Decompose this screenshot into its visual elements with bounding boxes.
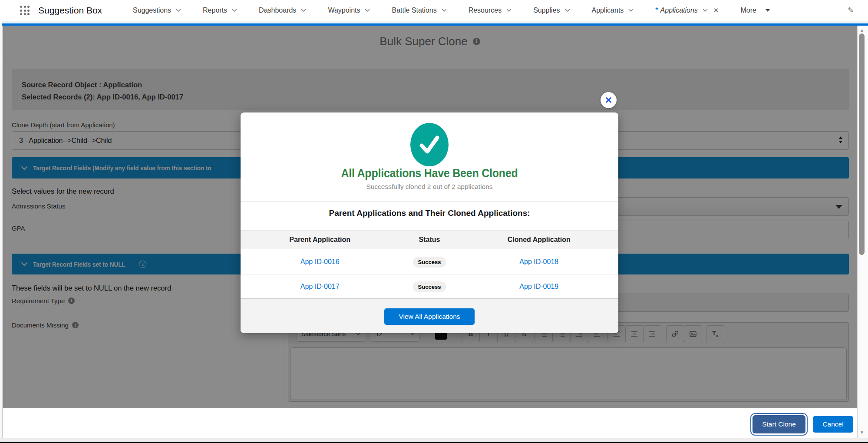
results-table-body: App ID-0016SuccessApp ID-0018App ID-0017… <box>241 250 618 299</box>
nav-tab-applicants[interactable]: Applicants <box>592 7 634 14</box>
app-navigation-bar: Suggestion Box SuggestionsReportsDashboa… <box>0 0 868 21</box>
status-badge: Success <box>413 281 446 292</box>
cancel-button[interactable]: Cancel <box>813 416 853 433</box>
edit-pencil-icon[interactable]: ✎ <box>848 0 854 21</box>
chevron-down-icon <box>176 9 181 12</box>
col-status: Status <box>399 236 459 244</box>
clone-result-row: App ID-0016SuccessApp ID-0018 <box>241 250 618 274</box>
clone-result-row: App ID-0017SuccessApp ID-0019 <box>241 274 618 299</box>
nav-more-menu[interactable]: More <box>740 7 769 14</box>
view-all-applications-button[interactable]: View All Applications <box>384 308 475 325</box>
chevron-down-icon <box>365 9 370 12</box>
success-check-icon <box>410 123 449 166</box>
nav-tab-applications-active[interactable]: *Applications✕ <box>655 7 719 14</box>
chevron-down-icon <box>442 9 447 12</box>
scrollbar-up-icon[interactable]: ▲ <box>858 27 865 34</box>
nav-tab-suggestions[interactable]: Suggestions <box>133 7 181 14</box>
parent-application-link[interactable]: App ID-0017 <box>300 283 340 290</box>
nav-tab-dashboards[interactable]: Dashboards <box>259 7 306 14</box>
nav-tab-supplies[interactable]: Supplies <box>533 7 570 14</box>
nav-tab-battle-stations[interactable]: Battle Stations <box>392 7 446 14</box>
scrollbar-thumb[interactable] <box>859 33 865 255</box>
start-clone-button[interactable]: Start Clone <box>752 415 805 433</box>
clone-result-modal: All Applications Have Been Cloned Succes… <box>241 112 618 333</box>
chevron-down-icon <box>628 9 634 12</box>
modal-footer: View All Applications <box>241 298 618 333</box>
chevron-down-icon <box>565 9 570 12</box>
col-parent-application: Parent Application <box>241 236 399 244</box>
cloned-application-link[interactable]: App ID-0018 <box>519 258 558 265</box>
app-name: Suggestion Box <box>38 0 102 21</box>
modal-divider <box>241 201 618 202</box>
nav-tab-resources[interactable]: Resources <box>469 7 512 14</box>
cloned-application-link[interactable]: App ID-0019 <box>519 283 558 290</box>
nav-tabs: SuggestionsReportsDashboardsWaypointsBat… <box>133 0 770 21</box>
nav-tab-reports[interactable]: Reports <box>203 7 237 14</box>
modal-close-button[interactable]: ✕ <box>601 92 617 108</box>
app-launcher-icon[interactable] <box>20 6 30 16</box>
bottom-action-bar <box>3 408 857 438</box>
chevron-down-icon <box>506 9 512 12</box>
status-badge: Success <box>413 257 446 268</box>
window-bottom-strip <box>0 438 868 442</box>
results-table-title: Parent Applications and Their Cloned App… <box>241 208 618 219</box>
triangle-down-icon <box>766 9 770 12</box>
results-table-header: Parent Application Status Cloned Applica… <box>241 230 618 249</box>
nav-tab-waypoints[interactable]: Waypoints <box>328 7 370 14</box>
col-cloned-application: Cloned Application <box>460 236 618 244</box>
chevron-down-icon <box>232 9 237 12</box>
modal-subheading: Successfully cloned 2 out of 2 applicati… <box>241 182 618 192</box>
chevron-down-icon <box>703 9 708 12</box>
close-tab-icon[interactable]: ✕ <box>713 7 719 14</box>
scrollbar-down-icon[interactable]: ▼ <box>858 429 865 436</box>
modal-heading: All Applications Have Been Cloned <box>261 165 597 181</box>
parent-application-link[interactable]: App ID-0016 <box>300 258 340 265</box>
chevron-down-icon <box>301 9 306 12</box>
